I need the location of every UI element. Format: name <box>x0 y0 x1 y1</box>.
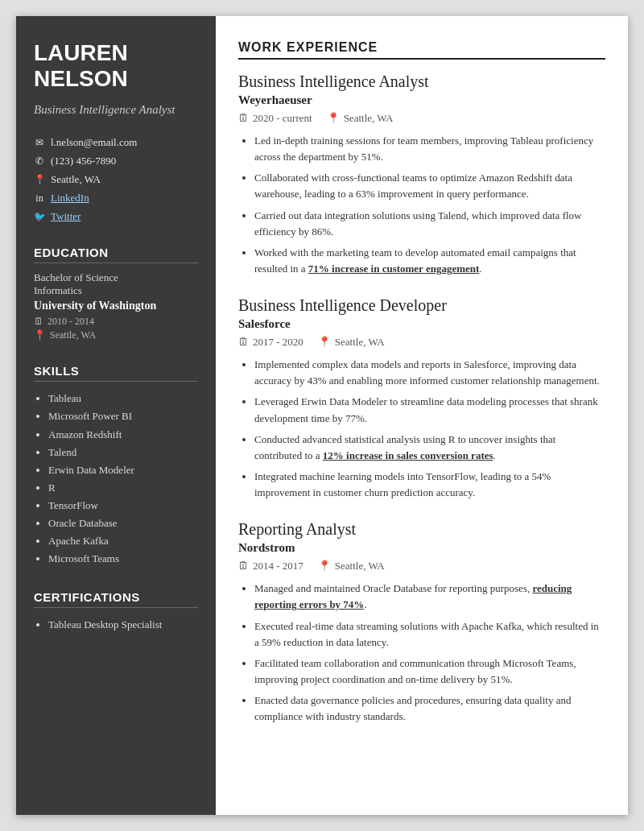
job-company-3: Nordstrom <box>238 541 605 555</box>
job-location-1: 📍 Seattle, WA <box>327 112 394 125</box>
list-item: Talend <box>48 444 198 461</box>
list-item: Leveraged Erwin Data Modeler to streamli… <box>254 394 605 426</box>
list-item: Apache Kafka <box>48 532 198 550</box>
list-item: Collaborated with cross-functional teams… <box>254 170 605 202</box>
job-company-2: Salesforce <box>238 317 605 331</box>
certifications-section: CERTIFICATIONS Tableau Desktop Specialis… <box>34 590 198 634</box>
location-icon-2: 📍 <box>318 336 331 349</box>
list-item: Integrated machine learning models into … <box>254 469 605 501</box>
job-meta-3: 🗓 2014 - 2017 📍 Seattle, WA <box>238 560 605 573</box>
candidate-name: LAUREN NELSON <box>34 40 198 92</box>
job-title-3: Reporting Analyst <box>238 520 605 539</box>
list-item: TensorFlow <box>48 497 198 515</box>
job-location-2: 📍 Seattle, WA <box>318 336 385 349</box>
list-item: Executed real-time data streaming soluti… <box>254 618 605 651</box>
highlight-text: 71% increase in customer engagement <box>308 263 480 275</box>
list-item: Facilitated team collaboration and commu… <box>254 655 605 688</box>
highlight-text: 12% increase in sales conversion rates <box>323 449 493 461</box>
skills-title: SKILLS <box>34 364 198 382</box>
list-item: Worked with the marketing team to develo… <box>254 245 605 277</box>
linkedin-contact[interactable]: in LinkedIn <box>34 192 198 205</box>
work-experience-title: WORK EXPERIENCE <box>238 40 605 60</box>
edu-degree: Bachelor of Science <box>34 271 198 284</box>
calendar-icon: 🗓 <box>34 316 43 328</box>
list-item: Oracle Database <box>48 515 198 532</box>
list-item: R <box>48 479 198 497</box>
job-title-2: Business Intelligence Developer <box>238 296 605 315</box>
linkedin-link[interactable]: LinkedIn <box>51 192 89 205</box>
email-icon: ✉ <box>34 137 45 149</box>
calendar-icon-1: 🗓 <box>238 112 249 125</box>
location-edu-icon: 📍 <box>34 329 46 341</box>
edu-field: Informatics <box>34 284 198 297</box>
list-item: Microsoft Teams <box>48 550 198 568</box>
location-icon-3: 📍 <box>318 560 331 573</box>
job-reporting-analyst: Reporting Analyst Nordstrom 🗓 2014 - 201… <box>238 520 605 725</box>
list-item: Carried out data integration solutions u… <box>254 208 605 240</box>
email-contact: ✉ l.nelson@email.com <box>34 136 198 149</box>
list-item: Led in-depth training sessions for team … <box>254 133 605 165</box>
edu-years: 🗓 2010 - 2014 <box>34 316 198 328</box>
job-meta-2: 🗓 2017 - 2020 📍 Seattle, WA <box>238 336 605 349</box>
job-title-1: Business Intelligence Analyst <box>238 72 605 91</box>
location-icon-1: 📍 <box>327 112 340 125</box>
job-bullets-1: Led in-depth training sessions for team … <box>238 133 605 277</box>
list-item: Microsoft Power BI <box>48 407 198 425</box>
list-item: Amazon Redshift <box>48 426 198 444</box>
certifications-title: CERTIFICATIONS <box>34 590 198 608</box>
sidebar: LAUREN NELSON Business Intelligence Anal… <box>16 16 216 815</box>
job-company-1: Weyerhaeuser <box>238 93 605 107</box>
skills-section: SKILLS Tableau Microsoft Power BI Amazon… <box>34 364 198 568</box>
list-item: Tableau Desktop Specialist <box>48 616 198 634</box>
job-years-2: 🗓 2017 - 2020 <box>238 336 303 349</box>
job-bi-developer: Business Intelligence Developer Salesfor… <box>238 296 605 501</box>
education-title: EDUCATION <box>34 246 198 263</box>
job-bullets-2: Implemented complex data models and repo… <box>238 357 605 501</box>
location-contact: 📍 Seattle, WA <box>34 173 198 186</box>
location-icon: 📍 <box>34 174 45 186</box>
candidate-title: Business Intelligence Analyst <box>34 101 198 118</box>
linkedin-icon: in <box>34 192 45 205</box>
calendar-icon-3: 🗓 <box>238 560 249 573</box>
job-location-3: 📍 Seattle, WA <box>318 560 385 573</box>
list-item: Implemented complex data models and repo… <box>254 357 605 389</box>
education-section: EDUCATION Bachelor of Science Informatic… <box>34 246 198 341</box>
resume-container: LAUREN NELSON Business Intelligence Anal… <box>16 16 628 815</box>
job-bi-analyst: Business Intelligence Analyst Weyerhaeus… <box>238 72 605 277</box>
edu-school: University of Washington <box>34 300 198 312</box>
job-years-3: 🗓 2014 - 2017 <box>238 560 303 573</box>
list-item: Managed and maintained Oracle Database f… <box>254 581 605 613</box>
phone-icon: ✆ <box>34 155 45 167</box>
phone-contact: ✆ (123) 456-7890 <box>34 155 198 167</box>
job-years-1: 🗓 2020 - current <box>238 112 312 125</box>
skills-list: Tableau Microsoft Power BI Amazon Redshi… <box>34 390 198 568</box>
list-item: Tableau <box>48 390 198 407</box>
twitter-icon: 🐦 <box>34 211 45 223</box>
calendar-icon-2: 🗓 <box>238 336 249 349</box>
list-item: Erwin Data Modeler <box>48 461 198 479</box>
list-item: Enacted data governance policies and pro… <box>254 692 605 725</box>
twitter-contact[interactable]: 🐦 Twitter <box>34 210 198 223</box>
job-bullets-3: Managed and maintained Oracle Database f… <box>238 581 605 725</box>
edu-location: 📍 Seattle, WA <box>34 329 198 341</box>
cert-list: Tableau Desktop Specialist <box>34 616 198 634</box>
list-item: Conducted advanced statistical analysis … <box>254 432 605 464</box>
twitter-link[interactable]: Twitter <box>51 210 80 223</box>
job-meta-1: 🗓 2020 - current 📍 Seattle, WA <box>238 112 605 125</box>
highlight-text: reducing reporting errors by 74% <box>254 582 572 610</box>
main-content: WORK EXPERIENCE Business Intelligence An… <box>216 16 628 815</box>
